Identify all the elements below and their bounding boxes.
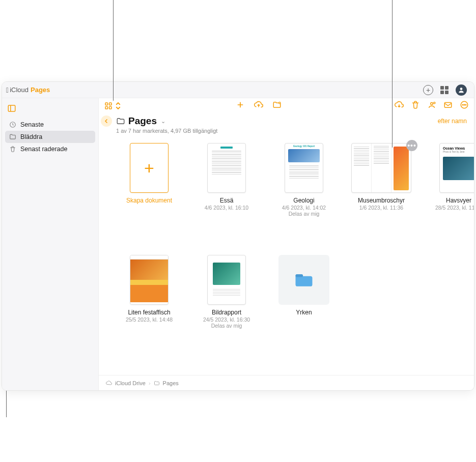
more-icon[interactable] <box>460 100 469 111</box>
doc-meta: 1/6 2023, kl. 11:36 <box>359 205 403 211</box>
delete-icon[interactable] <box>411 100 420 111</box>
folder-large-icon <box>293 269 315 291</box>
back-button[interactable] <box>101 115 112 127</box>
sidebar-item-label: Bläddra <box>20 133 42 140</box>
doc-meta-shared: Delas av mig <box>289 211 320 217</box>
doc-name: Essä <box>220 197 234 204</box>
breadcrumb-root[interactable]: iCloud Drive <box>115 380 146 386</box>
document-tile-selected[interactable]: ••• <box>343 143 419 235</box>
toolbar <box>99 98 474 113</box>
titlebar:  iCloud Pages + <box>2 82 474 98</box>
doc-thumb <box>207 143 246 193</box>
svg-rect-1 <box>8 105 15 111</box>
sidebar-item-trash[interactable]: Senast raderade <box>5 143 95 155</box>
app-window:  iCloud Pages + Senaste <box>2 81 474 391</box>
doc-thumb <box>351 143 411 193</box>
doc-meta: 24/5 2023, kl. 16:30 <box>203 316 250 323</box>
main: Pages ⌄ 1 av 7 har markerats, 4,97 GB ti… <box>99 98 474 390</box>
breadcrumb: iCloud Drive › Pages <box>99 375 474 390</box>
sidebar-top <box>2 101 98 115</box>
svg-point-15 <box>465 104 466 105</box>
brand:  iCloud Pages <box>6 86 50 94</box>
new-doc-icon[interactable] <box>236 100 245 111</box>
doc-name: Museumbroschyr <box>358 197 405 204</box>
doc-name: Yrken <box>296 309 312 316</box>
new-folder-icon[interactable] <box>272 100 282 111</box>
doc-thumb: Ocean Views Photo & Text by Jane <box>439 143 474 193</box>
clock-icon <box>9 121 16 128</box>
toolbar-right <box>395 100 469 111</box>
status-line: 1 av 7 har markerats, 4,97 GB tillgängli… <box>116 128 217 134</box>
upload-icon[interactable] <box>254 100 263 111</box>
document-grid: + Skapa dokument Essä 4/6 2023, kl <box>99 134 474 375</box>
mail-icon[interactable] <box>443 100 453 111</box>
brand-icloud-label: iCloud <box>10 86 29 94</box>
share-icon[interactable] <box>427 100 436 111</box>
doc-meta: 4/6 2023, kl. 14:02 <box>282 205 326 211</box>
doc-thumb <box>207 255 246 305</box>
sidebar-item-recent[interactable]: Senaste <box>5 119 95 131</box>
folder-thumb <box>278 255 329 305</box>
document-tile[interactable]: Essä 4/6 2023, kl. 16:10 <box>188 143 265 235</box>
create-document-tile[interactable]: + Skapa dokument <box>111 143 187 235</box>
folder-tile[interactable]: Yrken <box>266 255 342 346</box>
folder-icon <box>9 133 16 140</box>
add-circle-icon[interactable]: + <box>423 85 433 95</box>
folder-name: Pages <box>128 115 157 127</box>
doc-meta: 28/5 2023, kl. 11:34 <box>435 205 474 211</box>
svg-rect-6 <box>105 107 108 109</box>
sidebar: Senaste Bläddra Senast raderade <box>2 98 99 390</box>
sidebar-item-browse[interactable]: Bläddra <box>5 131 95 143</box>
trash-icon <box>9 146 16 153</box>
document-tile[interactable]: Geology 101 Report Geologi 4/6 2023, kl.… <box>266 143 342 235</box>
svg-rect-11 <box>444 103 452 108</box>
create-label: Skapa dokument <box>126 197 172 204</box>
doc-thumb: Geology 101 Report <box>285 143 323 193</box>
doc-meta: 25/5 2023, kl. 14:48 <box>126 316 173 323</box>
titlebar-left:  iCloud Pages <box>6 86 50 94</box>
download-icon[interactable] <box>395 100 404 111</box>
view-options-icon[interactable] <box>104 101 123 110</box>
plus-icon: + <box>144 159 154 177</box>
brand-pages-label: Pages <box>31 86 50 94</box>
doc-name: Liten festaffisch <box>128 309 170 316</box>
cloud-icon <box>106 380 112 386</box>
svg-rect-7 <box>109 107 112 109</box>
folder-small-icon <box>154 380 160 386</box>
folder-outline-icon <box>116 117 125 126</box>
header-row: Pages ⌄ 1 av 7 har markerats, 4,97 GB ti… <box>99 113 474 134</box>
titlebar-right: + <box>423 84 470 96</box>
sidebar-list: Senaste Bläddra Senast raderade <box>2 115 98 158</box>
callout-line-top-left <box>113 0 114 101</box>
doc-meta: 4/6 2023, kl. 16:10 <box>205 205 248 211</box>
svg-point-14 <box>464 104 465 105</box>
sidebar-item-label: Senaste <box>20 121 44 128</box>
breadcrumb-leaf[interactable]: Pages <box>163 380 179 386</box>
svg-rect-5 <box>109 103 112 105</box>
doc-thumb <box>130 255 169 305</box>
header-col: Pages ⌄ 1 av 7 har markerats, 4,97 GB ti… <box>116 115 217 134</box>
svg-point-13 <box>462 104 463 105</box>
item-more-button[interactable]: ••• <box>406 140 417 151</box>
doc-name: Bildrapport <box>212 309 241 316</box>
sort-button[interactable]: efter namn <box>438 115 467 125</box>
document-tile[interactable]: Bildrapport 24/5 2023, kl. 16:30 Delas a… <box>188 255 265 346</box>
toolbar-left <box>104 101 123 110</box>
avatar[interactable] <box>456 84 467 96</box>
callout-line-top-right <box>392 0 393 148</box>
sidebar-toggle-icon[interactable] <box>7 104 16 113</box>
document-tile[interactable]: Ocean Views Photo & Text by Jane Havsvye… <box>421 143 474 235</box>
svg-rect-4 <box>105 103 108 105</box>
svg-point-9 <box>431 103 433 105</box>
svg-point-0 <box>460 88 463 90</box>
breadcrumb-separator: › <box>149 380 151 386</box>
ocean-title: Ocean Views <box>440 143 474 150</box>
create-thumb: + <box>130 143 169 193</box>
chevron-down-icon: ⌄ <box>161 118 165 125</box>
doc-meta-shared: Delas av mig <box>211 323 242 329</box>
svg-rect-16 <box>296 274 303 277</box>
sidebar-item-label: Senast raderade <box>20 146 67 153</box>
app-grid-icon[interactable] <box>440 86 449 94</box>
document-tile[interactable]: Liten festaffisch 25/5 2023, kl. 14:48 <box>111 255 187 346</box>
folder-title[interactable]: Pages ⌄ <box>116 115 217 127</box>
